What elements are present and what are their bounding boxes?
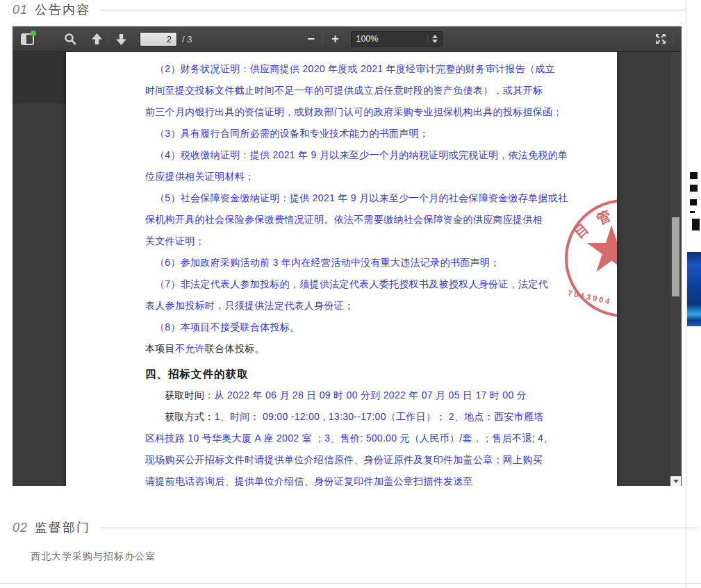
select-spinner-icon (427, 35, 438, 43)
triangle-down-icon (673, 480, 679, 483)
document-line: 表人参加投标时，只须提供法定代表人身份证； (145, 295, 538, 317)
document-text-segment: 区科技路 10 号华奥大厦 A 座 2002 室 ；3、售价: 500.00 元… (145, 432, 553, 444)
toolbar-separator (322, 33, 323, 45)
plus-icon: + (331, 33, 339, 45)
document-line: （7）非法定代表人参加投标的，须提供法定代表人委托授权书及被授权人身份证，法定代 (145, 274, 538, 295)
clipped-banner-image (687, 252, 701, 326)
clipped-text-fragment (690, 197, 699, 205)
document-text-segment: 前三个月内银行出具的资信证明，或财政部门认可的政府采购专业担保机构出具的投标担保… (145, 106, 563, 117)
document-text-segment: 从 2022 年 06 月 28 日 09 时 00 分到 2022 年 07 … (215, 389, 527, 401)
document-text-segment: 时间至提交投标文件截止时间不足一年的可提供成立后任意时段的资产负债表），或其开标 (145, 85, 543, 96)
seal-star-icon: ★ (583, 217, 617, 281)
document-line: 获取时间：从 2022 年 06 月 28 日 09 时 00 分到 2022 … (145, 385, 538, 406)
document-text-segment: （4）税收缴纳证明：提供 2021 年 9 月以来至少一个月的纳税证明或完税证明… (155, 149, 568, 160)
document-line: （4）税收缴纳证明：提供 2021 年 9 月以来至少一个月的纳税证明或完税证明… (145, 144, 538, 166)
document-text-segment: 获取方式： (165, 411, 215, 422)
clipped-text-fragment (690, 209, 697, 213)
toolbar-separator (108, 33, 109, 45)
arrow-up-icon (91, 33, 103, 45)
document-line: 时间至提交投标文件截止时间不足一年的可提供成立后任意时段的资产负债表），或其开标 (145, 80, 538, 101)
document-line: （8）本项目不接受联合体投标。 (145, 317, 538, 338)
document-text-segment: 获取时间： (165, 389, 215, 401)
document-line: 请提前电话咨询后、提供单位介绍信、身份证复印件加盖公章扫描件发送至 (145, 471, 538, 486)
document-line: 区科技路 10 号华奥大厦 A 座 2002 室 ；3、售价: 500.00 元… (145, 428, 538, 449)
document-text-segment: （8）本项目不接受联合体投标。 (155, 321, 299, 333)
document-text-segment: （3）具有履行合同所必需的设备和专业技术能力的书面声明； (155, 128, 429, 139)
document-line: （3）具有履行合同所必需的设备和专业技术能力的书面声明； (145, 123, 538, 144)
zoom-level-select[interactable]: 100% (351, 31, 443, 47)
document-text-segment: 请提前电话咨询后、提供单位介绍信、身份证复印件加盖公章扫描件发送至 (145, 476, 473, 486)
fullscreen-button[interactable] (652, 30, 670, 48)
pdf-page: （2）财务状况证明：供应商提供 2020 年度或 2021 年度经审计完整的财务… (66, 52, 617, 486)
clipped-right-panel (686, 0, 701, 588)
document-line: 保机构开具的社会保险参保缴费情况证明。依法不需要缴纳社会保障资金的供应商应提供相 (145, 209, 538, 230)
document-text-segment: 现场购买公开招标文件时请提供单位介绍信原件、身份证原件及复印件加盖公章；网上购买 (145, 454, 543, 465)
pdf-viewer: / 3 − + 100% （2）财务状况证 (13, 26, 682, 486)
document-text-segment: 关文件证明； (145, 235, 205, 246)
fullscreen-icon (654, 33, 667, 45)
viewer-scrollbar[interactable] (670, 52, 681, 486)
page-total-label: / 3 (182, 34, 192, 44)
section-number: 01 (13, 3, 28, 17)
document-line: 获取方式：1、时间： 09:00 -12:00 , 13:30--17:00（工… (145, 406, 538, 428)
document-line: （6）参加政府采购活动前 3 年内在经营活动中没有重大违法记录的书面声明； (145, 252, 538, 274)
document-text-segment: 本项目 (145, 343, 175, 354)
document-text-segment: 保机构开具的社会保险参保缴费情况证明。依法不需要缴纳社会保障资金的供应商应提供相 (145, 214, 543, 225)
document-line: 本项目不允许联合体投标。 (145, 338, 538, 360)
document-line: 关文件证明； (145, 230, 538, 252)
document-text: （2）财务状况证明：供应商提供 2020 年度或 2021 年度经审计完整的财务… (145, 58, 538, 486)
scroll-down-button[interactable] (670, 476, 681, 486)
header-rule (100, 10, 698, 10)
document-line: （2）财务状况证明：供应商提供 2020 年度或 2021 年度经审计完整的财务… (145, 58, 538, 80)
document-text-segment: （2）财务状况证明：供应商提供 2020 年度或 2021 年度经审计完整的财务… (155, 63, 555, 74)
section-header-announcement: 01 公告内容 (13, 1, 698, 18)
previous-page-button[interactable] (88, 30, 106, 48)
header-rule (100, 528, 698, 528)
scrollbar-thumb[interactable] (672, 217, 679, 296)
next-page-button[interactable] (112, 30, 130, 48)
document-text-segment: （6）参加政府采购活动前 3 年内在经营活动中没有重大违法记录的书面声明； (155, 257, 500, 268)
document-line: 现场购买公开招标文件时请提供单位介绍信原件、身份证原件及复印件加盖公章；网上购买 (145, 449, 538, 471)
document-text-segment: （7）非法定代表人参加投标的，须提供法定代表人委托授权书及被授权人身份证，法定代 (155, 278, 548, 289)
document-text-segment: 四、招标文件的获取 (145, 368, 249, 380)
document-line: 位应提供相关证明材料； (145, 166, 538, 187)
clipped-text-fragment (690, 217, 700, 230)
clipped-text-fragment (690, 183, 698, 192)
sidebar-toggle-button[interactable] (18, 30, 36, 48)
search-button[interactable] (61, 30, 79, 48)
document-line: （5）社会保障资金缴纳证明：提供 2021 年 9 月以来至少一个月的社会保障资… (145, 187, 538, 209)
pdf-viewer-content: （2）财务状况证明：供应商提供 2020 年度或 2021 年度经审计完整的财务… (13, 52, 682, 486)
document-text-segment: 位应提供相关证明材料； (145, 171, 254, 182)
document-heading: 四、招标文件的获取 (145, 360, 538, 385)
toolbar-separator (673, 33, 673, 45)
document-text-segment: 表人参加投标时，只须提供法定代表人身份证； (145, 300, 354, 311)
arrow-down-icon (115, 33, 127, 45)
search-icon (64, 33, 76, 45)
zoom-in-button[interactable]: + (326, 30, 344, 48)
section-title: 监督部门 (35, 519, 90, 536)
section-header-supervision: 02 监督部门 (13, 519, 698, 536)
document-text-segment: （5）社会保障资金缴纳证明：提供 2021 年 9 月以来至少一个月的社会保障资… (155, 192, 568, 203)
section-number: 02 (13, 521, 28, 535)
zoom-level-value: 100% (356, 34, 427, 44)
zoom-out-button[interactable]: − (302, 30, 320, 48)
minus-icon: − (307, 33, 315, 45)
document-text-segment: 联合体投标。 (205, 343, 265, 354)
document-text-segment: 1、时间： 09:00 -12:00 , 13:30--17:00（工作日）； … (215, 411, 544, 422)
clipped-text-fragment (690, 170, 700, 179)
section-title: 公告内容 (35, 1, 90, 18)
bottom-divider (0, 583, 701, 584)
document-line: 前三个月内银行出具的资信证明，或财政部门认可的政府采购专业担保机构出具的投标担保… (145, 101, 538, 123)
supervision-department-text: 西北大学采购与招标办公室 (31, 551, 156, 563)
notification-dot (31, 31, 36, 36)
sidebar-shadow (13, 52, 66, 103)
pdf-toolbar: / 3 − + 100% (13, 26, 682, 52)
official-seal: 目 管 理 ★ 7013904 (565, 199, 617, 317)
page-number-input[interactable] (140, 32, 177, 47)
document-text-segment: 不允许 (175, 343, 205, 354)
